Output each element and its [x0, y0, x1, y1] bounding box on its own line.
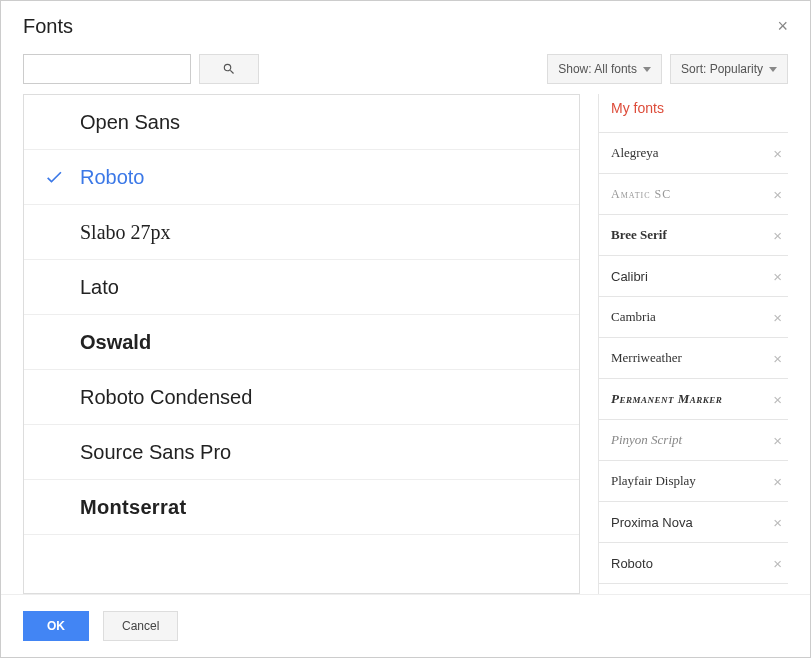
- show-filter-dropdown[interactable]: Show: All fonts: [547, 54, 662, 84]
- remove-font-icon[interactable]: ×: [773, 145, 782, 162]
- remove-font-icon[interactable]: ×: [773, 309, 782, 326]
- font-list-item[interactable]: Open Sans: [24, 95, 579, 150]
- chevron-down-icon: [643, 67, 651, 72]
- font-list-item[interactable]: Lato: [24, 260, 579, 315]
- close-icon[interactable]: ×: [777, 16, 788, 37]
- cancel-button[interactable]: Cancel: [103, 611, 178, 641]
- myfonts-item-name: Proxima Nova: [611, 515, 693, 530]
- font-list-item[interactable]: Montserrat: [24, 480, 579, 535]
- font-name: Open Sans: [80, 111, 180, 134]
- remove-font-icon[interactable]: ×: [773, 432, 782, 449]
- show-filter-label: Show: All fonts: [558, 62, 637, 76]
- myfonts-item-name: Pinyon Script: [611, 432, 682, 448]
- myfonts-item-name: Permanent Marker: [611, 391, 722, 407]
- remove-font-icon[interactable]: ×: [773, 268, 782, 285]
- myfonts-item-name: Cambria: [611, 309, 656, 325]
- font-list-item[interactable]: Source Sans Pro: [24, 425, 579, 480]
- myfonts-item[interactable]: Alegreya×: [599, 133, 788, 174]
- fonts-dialog: Fonts × Show: All fonts Sort: Popularity…: [0, 0, 811, 658]
- myfonts-item[interactable]: Merriweather×: [599, 338, 788, 379]
- myfonts-item-name: Alegreya: [611, 145, 659, 161]
- right-column: My fonts Alegreya×Amatic SC×Bree Serif×C…: [598, 94, 788, 594]
- font-name: Slabo 27px: [80, 221, 171, 244]
- font-name: Montserrat: [80, 496, 186, 519]
- check-icon: [44, 167, 64, 187]
- sort-label: Sort: Popularity: [681, 62, 763, 76]
- font-list-item[interactable]: Oswald: [24, 315, 579, 370]
- remove-font-icon[interactable]: ×: [773, 473, 782, 490]
- remove-font-icon[interactable]: ×: [773, 514, 782, 531]
- font-name: Roboto Condensed: [80, 386, 252, 409]
- font-name: Lato: [80, 276, 119, 299]
- myfonts-item[interactable]: Cambria×: [599, 297, 788, 338]
- remove-font-icon[interactable]: ×: [773, 186, 782, 203]
- font-list-item[interactable]: Roboto Condensed: [24, 370, 579, 425]
- myfonts-item[interactable]: Proxima Nova×: [599, 502, 788, 543]
- font-name: Source Sans Pro: [80, 441, 231, 464]
- myfonts-item-name: Merriweather: [611, 350, 682, 366]
- font-list-item[interactable]: Slabo 27px: [24, 205, 579, 260]
- myfonts-item[interactable]: Pinyon Script×: [599, 420, 788, 461]
- myfonts-list[interactable]: Alegreya×Amatic SC×Bree Serif×Calibri×Ca…: [599, 132, 788, 594]
- myfonts-item[interactable]: Amatic SC×: [599, 174, 788, 215]
- myfonts-item-name: Bree Serif: [611, 227, 667, 243]
- font-list-item[interactable]: Roboto: [24, 150, 579, 205]
- remove-font-icon[interactable]: ×: [773, 391, 782, 408]
- font-list[interactable]: Open SansRobotoSlabo 27pxLatoOswaldRobot…: [23, 94, 580, 594]
- left-column: Open SansRobotoSlabo 27pxLatoOswaldRobot…: [23, 94, 580, 594]
- myfonts-title: My fonts: [599, 94, 788, 132]
- font-name: Oswald: [80, 331, 151, 354]
- search-icon: [222, 62, 236, 76]
- font-name: Roboto: [80, 166, 145, 189]
- myfonts-item[interactable]: Playfair Display×: [599, 461, 788, 502]
- remove-font-icon[interactable]: ×: [773, 555, 782, 572]
- chevron-down-icon: [769, 67, 777, 72]
- dialog-body: Open SansRobotoSlabo 27pxLatoOswaldRobot…: [1, 94, 810, 594]
- dialog-title: Fonts: [23, 15, 73, 38]
- remove-font-icon[interactable]: ×: [773, 350, 782, 367]
- myfonts-item-name: Calibri: [611, 269, 648, 284]
- myfonts-item-name: Amatic SC: [611, 187, 671, 202]
- ok-button[interactable]: OK: [23, 611, 89, 641]
- toolbar: Show: All fonts Sort: Popularity: [1, 46, 810, 94]
- search-input[interactable]: [23, 54, 191, 84]
- myfonts-item[interactable]: Roboto×: [599, 543, 788, 584]
- myfonts-item[interactable]: Calibri×: [599, 256, 788, 297]
- myfonts-item-name: Playfair Display: [611, 473, 696, 489]
- dialog-footer: OK Cancel: [1, 594, 810, 657]
- remove-font-icon[interactable]: ×: [773, 227, 782, 244]
- dialog-header: Fonts ×: [1, 1, 810, 46]
- sort-dropdown[interactable]: Sort: Popularity: [670, 54, 788, 84]
- myfonts-item[interactable]: Bree Serif×: [599, 215, 788, 256]
- myfonts-item-name: Roboto: [611, 556, 653, 571]
- myfonts-item[interactable]: Permanent Marker×: [599, 379, 788, 420]
- search-button[interactable]: [199, 54, 259, 84]
